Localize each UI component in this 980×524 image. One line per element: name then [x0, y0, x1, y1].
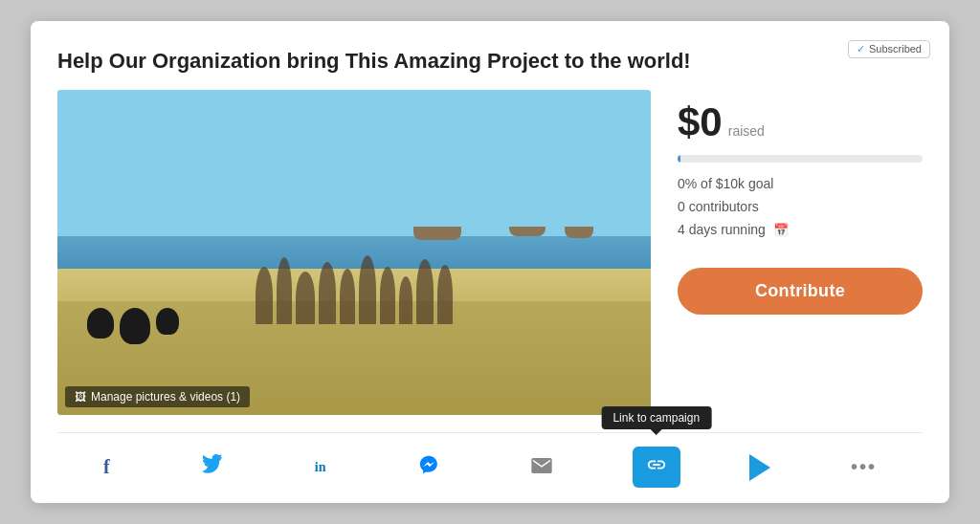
boat-3	[565, 227, 593, 238]
person-6	[359, 255, 376, 324]
facebook-icon: f	[103, 456, 110, 478]
person-8	[399, 276, 412, 324]
linkedin-icon: in	[315, 460, 326, 475]
contributors-stat: 0 contributors	[678, 199, 923, 214]
more-icon: •••	[851, 456, 877, 478]
person-2	[277, 257, 292, 324]
campaign-image: 🖼 Manage pictures & videos (1)	[57, 90, 651, 415]
campaign-card: Help Our Organization bring This Amazing…	[31, 21, 949, 504]
raised-label: raised	[728, 123, 765, 139]
email-share-button[interactable]	[520, 450, 564, 484]
days-running-stat: 4 days running 📅	[678, 222, 923, 237]
facebook-share-button[interactable]: f	[92, 450, 122, 484]
person-5	[340, 269, 355, 324]
messenger-share-button[interactable]	[407, 448, 451, 486]
link-share-container: Link to campaign	[633, 447, 680, 488]
messenger-icon	[418, 454, 439, 480]
bag-3	[156, 308, 179, 335]
boats	[413, 227, 593, 240]
manage-media-label[interactable]: 🖼 Manage pictures & videos (1)	[65, 386, 250, 407]
bag-2	[120, 308, 150, 344]
person-4	[319, 262, 336, 324]
subscribed-badge: ✓ Subscribed	[848, 40, 930, 58]
beach-background	[57, 90, 651, 415]
twitter-icon	[202, 454, 223, 480]
trash-bags	[87, 308, 179, 344]
bag-1	[87, 308, 114, 338]
link-share-button[interactable]	[633, 447, 680, 488]
content-area: 🖼 Manage pictures & videos (1) $0 raised…	[57, 90, 923, 415]
amount-number: $0	[678, 99, 723, 145]
stats-list: 0% of $10k goal 0 contributors 4 days ru…	[678, 176, 923, 245]
contribute-button[interactable]: Contribute	[678, 268, 923, 315]
progress-bar-background	[678, 155, 923, 163]
page-title: Help Our Organization bring This Amazing…	[57, 48, 923, 76]
person-10	[437, 265, 453, 324]
image-icon: 🖼	[75, 390, 86, 404]
arrow-right-icon	[749, 454, 770, 481]
check-icon: ✓	[857, 43, 865, 55]
boat-1	[413, 227, 461, 240]
social-share-bar: f in Link to campaign	[57, 432, 923, 503]
link-icon	[646, 454, 667, 480]
link-tooltip: Link to campaign	[601, 406, 711, 429]
email-icon	[531, 456, 552, 478]
more-options-button[interactable]: •••	[839, 450, 888, 484]
amount-raised-section: $0 raised	[678, 99, 923, 145]
right-panel: $0 raised 0% of $10k goal 0 contributors…	[678, 90, 923, 415]
progress-bar-fill	[678, 155, 680, 163]
people-group	[256, 255, 453, 324]
person-7	[380, 267, 395, 324]
goal-stat: 0% of $10k goal	[678, 176, 923, 191]
person-3	[296, 272, 315, 324]
linkedin-share-button[interactable]: in	[303, 454, 338, 481]
twitter-share-button[interactable]	[190, 448, 234, 486]
person-1	[256, 267, 273, 324]
boat-2	[509, 227, 546, 236]
calendar-icon: 📅	[773, 223, 789, 237]
person-9	[416, 259, 434, 324]
arrow-indicator	[749, 454, 770, 481]
